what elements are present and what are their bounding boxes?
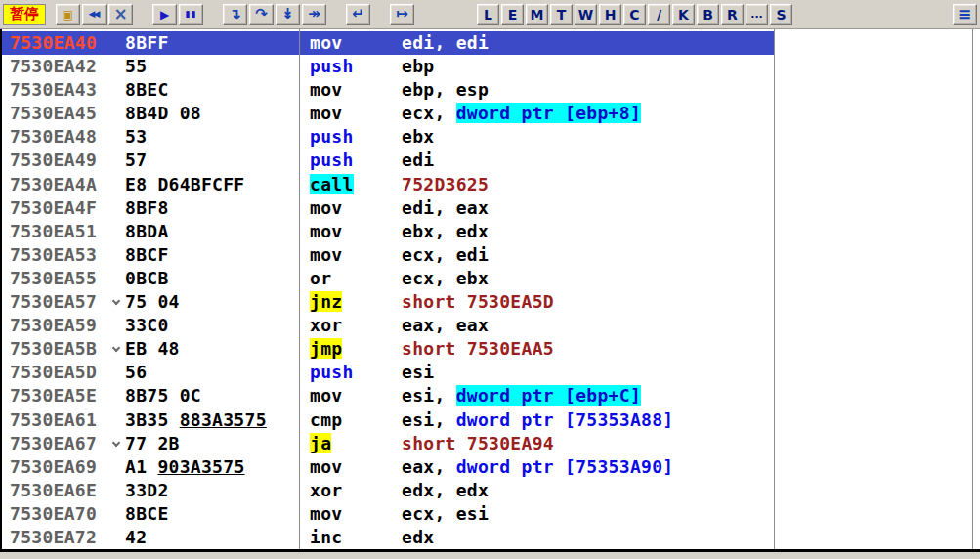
disassembly-row[interactable]: 7530EA4AE8 D64BFCFFcall752D3625 — [2, 173, 980, 196]
disassembly-row[interactable]: 7530EA5BEB 48jmpshort 7530EAA5 — [2, 337, 980, 361]
jump-indicator-cell — [111, 479, 125, 502]
run-button[interactable]: ▶ — [152, 4, 177, 25]
mnemonic-cell: mov — [299, 220, 402, 243]
operand-segment: edi — [402, 150, 434, 170]
view-windows-button[interactable]: W — [575, 4, 597, 25]
toolbar: 暂停 ▣◀◀×▶▮▮↴↷↡↠↵↦LEMTWHC/KBR...S ≡ — [0, 0, 980, 29]
step-into-button[interactable]: ↴ — [223, 4, 247, 25]
view-source-button[interactable]: S — [770, 4, 792, 25]
disassembly-row[interactable]: 7530EA69A1 903A3575moveax, dword ptr [75… — [2, 455, 980, 479]
view-references-button-label: R — [727, 8, 738, 22]
operand-segment: esi — [402, 362, 434, 382]
instruction-line: 7530EA408BFFmovedi, edi — [2, 31, 774, 55]
operands-cell: short 7530EAA5 — [402, 337, 774, 361]
operand-segment: esi, — [402, 385, 456, 406]
view-breakpoints-button[interactable]: B — [697, 4, 719, 25]
address-cell: 7530EA48 — [2, 125, 111, 149]
bytes-cell: 8B75 0C — [125, 384, 299, 408]
disassembly-row[interactable]: 7530EA538BCFmovecx, edi — [2, 243, 980, 267]
jump-indicator-cell — [111, 526, 125, 549]
disassembly-row[interactable]: 7530EA458B4D 08movecx, dword ptr [ebp+8] — [2, 102, 980, 125]
mnemonic: push — [310, 126, 354, 147]
disassembly-row[interactable]: 7530EA6E33D2xoredx, edx — [2, 479, 980, 502]
view-memory-button[interactable]: M — [526, 4, 548, 25]
operand-segment: dword ptr [75353A90] — [456, 456, 674, 477]
trace-into-icon: ↡ — [281, 7, 294, 22]
disassembly-row[interactable]: 7530EA4853pushebx — [2, 125, 980, 149]
view-log-button[interactable]: L — [477, 4, 499, 25]
operands-cell: edi, eax — [402, 196, 774, 220]
operands-cell: 752D3625 — [402, 173, 774, 196]
operand-segment: dword ptr [ebp+8] — [456, 103, 641, 123]
pause-button[interactable]: ▮▮ — [179, 4, 203, 25]
jump-indicator-cell — [111, 55, 125, 78]
view-references-button[interactable]: R — [721, 4, 744, 25]
comment-cell — [774, 196, 980, 220]
go-to-button[interactable]: ↦ — [390, 4, 414, 25]
view-callstack-button[interactable]: K — [672, 4, 695, 25]
mnemonic-cell: xor — [299, 479, 402, 502]
instruction-line: 7530EA4255pushebp — [2, 55, 774, 78]
byte-segment: 77 2B — [125, 433, 180, 453]
disassembly-rows: 7530EA408BFFmovedi, edi7530EA4255pushebp… — [2, 31, 980, 549]
view-patches-button[interactable]: / — [648, 4, 670, 25]
bytes-cell: EB 48 — [125, 337, 299, 361]
jump-indicator-cell — [111, 31, 125, 55]
view-cpu-button[interactable]: C — [623, 4, 646, 25]
address-cell: 7530EA72 — [2, 526, 111, 549]
mnemonic-cell: mov — [299, 502, 402, 526]
column-separator-right-edge — [972, 29, 973, 549]
comment-cell — [774, 149, 980, 172]
instruction-line: 7530EA4F8BF8movedi, eax — [2, 196, 774, 220]
disassembly-row[interactable]: 7530EA4255pushebp — [2, 55, 980, 78]
comment-cell — [774, 361, 980, 384]
view-patches-button-label: / — [657, 8, 661, 22]
windows-list-button[interactable]: ≡ — [953, 4, 977, 25]
jump-indicator-cell — [111, 384, 125, 408]
disassembly-row[interactable]: 7530EA4F8BF8movedi, eax — [2, 196, 980, 220]
step-over-button[interactable]: ↷ — [249, 4, 274, 25]
mnemonic-cell: mov — [299, 102, 402, 125]
mnemonic: jmp — [310, 338, 342, 359]
mnemonic-cell: mov — [299, 243, 402, 267]
address-cell: 7530EA67 — [2, 432, 111, 455]
trace-over-button[interactable]: ↠ — [302, 4, 326, 25]
disassembly-row[interactable]: 7530EA518BDAmovebx, edx — [2, 220, 980, 243]
disassembly-row[interactable]: 7530EA5933C0xoreax, eax — [2, 314, 980, 337]
trace-into-button[interactable]: ↡ — [276, 4, 300, 25]
instruction-line: 7530EA550BCBorecx, ebx — [2, 267, 774, 290]
open-button[interactable]: ▣ — [56, 4, 80, 25]
disassembly-row[interactable]: 7530EA5775 04jnzshort 7530EA5D — [2, 290, 980, 314]
view-source-button-label: S — [776, 8, 786, 22]
disassembly-row[interactable]: 7530EA5E8B75 0Cmovesi, dword ptr [ebp+C] — [2, 384, 980, 408]
toolbar-group-return: ↵ — [346, 4, 370, 25]
disassembly-row[interactable]: 7530EA4957pushedi — [2, 149, 980, 172]
disassembly-row[interactable]: 7530EA613B35 883A3575cmpesi, dword ptr [… — [2, 408, 980, 432]
view-executables-button[interactable]: E — [501, 4, 524, 25]
view-executables-button-label: E — [508, 8, 518, 22]
address-cell: 7530EA53 — [2, 243, 111, 267]
return-icon: ↵ — [352, 7, 364, 22]
bytes-cell: 8BDA — [125, 220, 299, 243]
disassembly-row[interactable]: 7530EA550BCBorecx, ebx — [2, 267, 980, 290]
instruction-line: 7530EA438BECmovebp, esp — [2, 78, 774, 102]
disassembly-row[interactable]: 7530EA408BFFmovedi, edi — [2, 31, 980, 55]
comment-cell — [774, 243, 980, 267]
view-threads-button[interactable]: T — [550, 4, 573, 25]
operand-segment: edi, eax — [402, 197, 489, 218]
disassembly-row[interactable]: 7530EA5D56pushesi — [2, 361, 980, 384]
view-runtrace-button[interactable]: ... — [746, 4, 768, 25]
operands-cell: eax, dword ptr [75353A90] — [402, 455, 774, 479]
operands-cell: edx — [402, 526, 774, 549]
disassembly-row[interactable]: 7530EA7242incedx — [2, 526, 980, 549]
disassembly-row[interactable]: 7530EA6777 2Bjashort 7530EA94 — [2, 432, 980, 455]
play-icon: ▶ — [160, 9, 169, 21]
disassembly-row[interactable]: 7530EA708BCEmovecx, esi — [2, 502, 980, 526]
operand-segment: dword ptr [ebp+C] — [456, 385, 641, 406]
execute-till-return-button[interactable]: ↵ — [346, 4, 370, 25]
restart-button[interactable]: ◀◀ — [82, 4, 107, 25]
view-handles-button[interactable]: H — [599, 4, 621, 25]
disassembly-row[interactable]: 7530EA438BECmovebp, esp — [2, 78, 980, 102]
disassembly-panel: 7530EA408BFFmovedi, edi7530EA4255pushebp… — [0, 29, 980, 552]
close-button[interactable]: × — [108, 4, 133, 25]
